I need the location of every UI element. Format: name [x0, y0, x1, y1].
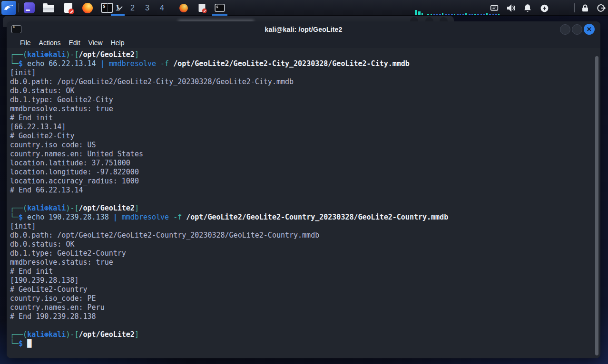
terminal-line: [66.22.13.14]	[10, 123, 597, 132]
firefox-icon	[179, 3, 188, 12]
terminal-line: mmdbresolve.status: true	[10, 105, 597, 114]
workspace-switcher: 1234	[110, 0, 169, 16]
terminal-line: # End 66.22.13.14	[10, 186, 597, 195]
menu-view[interactable]: View	[88, 39, 103, 47]
panel-separator	[574, 3, 575, 12]
monitor-mark	[489, 14, 491, 15]
monitor-mark	[445, 14, 447, 15]
monitor-mark	[471, 14, 473, 15]
terminal-line: └─$ echo 66.22.13.14 | mmdbresolve -f /o…	[10, 59, 597, 68]
terminal-line	[10, 195, 597, 204]
terminal-cursor: █	[27, 339, 31, 348]
launcher-file-manager[interactable]	[41, 0, 56, 16]
monitor-mark	[454, 14, 455, 15]
monitor-mark	[457, 14, 459, 15]
monitor-mark	[495, 14, 497, 15]
network-icon[interactable]	[488, 2, 500, 14]
monitor-mark	[486, 13, 488, 15]
monitor-mark	[451, 14, 453, 15]
terminal-line: └─$ █	[10, 339, 597, 348]
terminal-line: country.iso_code: PE	[10, 294, 597, 303]
monitor-mark	[436, 14, 438, 15]
terminal-line	[10, 321, 597, 330]
terminal-line: db.0.path: /opt/GeoLite2/GeoLite2-City_2…	[10, 77, 597, 86]
terminal-line: ┌──(kali⊛kali)-[/opt/GeoLite2]	[10, 204, 597, 213]
monitor-mark	[439, 14, 441, 15]
logout-icon[interactable]	[595, 2, 607, 14]
task-button-text-editor[interactable]	[194, 0, 209, 16]
kali-logo-icon	[3, 1, 15, 14]
menu-help[interactable]: Help	[111, 39, 125, 47]
terminal-line: # GeoLite2-Country	[10, 285, 597, 294]
terminal-window: kali@kali: /opt/GeoLite2 ✕ FileActionsEd…	[7, 21, 600, 358]
scrollbar-thumb[interactable]	[595, 56, 598, 355]
launcher-area	[22, 0, 122, 16]
terminal-line: mmdbresolve.status: true	[10, 258, 597, 267]
window-title: kali@kali: /opt/GeoLite2	[7, 26, 600, 33]
close-button[interactable]: ✕	[584, 24, 595, 35]
monitor-mark	[415, 10, 417, 15]
kali-menu-button[interactable]	[1, 1, 16, 15]
terminal-line: db.0.status: OK	[10, 86, 597, 96]
monitor-mark	[469, 14, 471, 15]
monitor-mark	[448, 14, 450, 15]
workspace-4[interactable]: 4	[155, 0, 169, 16]
task-button-firefox[interactable]	[176, 0, 191, 16]
monitor-mark	[465, 13, 467, 15]
terminal-output[interactable]: ┌──(kali⊛kali)-[/opt/GeoLite2]└─$ echo 6…	[7, 48, 600, 358]
monitor-mark	[431, 14, 432, 15]
volume-icon[interactable]	[505, 2, 517, 14]
terminal-line: db.0.status: OK	[10, 240, 597, 249]
window-manager-icon	[24, 2, 35, 13]
terminal-line: country.iso_code: US	[10, 141, 597, 150]
workspace-1[interactable]: 1	[110, 0, 125, 16]
workspace-3[interactable]: 3	[140, 0, 155, 16]
terminal-line: # End 190.239.28.138	[10, 312, 597, 321]
panel-separator	[172, 3, 172, 12]
menu-edit[interactable]: Edit	[69, 39, 80, 47]
launcher-firefox[interactable]	[80, 0, 95, 16]
window-task-list	[176, 0, 227, 16]
workspace-2[interactable]: 2	[125, 0, 140, 16]
monitor-mark	[483, 14, 485, 15]
terminal-line: ┌──(kali⊛kali)-[/opt/GeoLite2]	[10, 50, 597, 59]
notifications-bell-icon[interactable]	[521, 2, 534, 14]
power-manager-icon[interactable]	[538, 2, 550, 14]
launcher-window-manager[interactable]	[22, 0, 36, 16]
launcher-text-editor[interactable]	[61, 0, 75, 16]
menu-file[interactable]: File	[20, 39, 31, 47]
terminal-line: # End init	[10, 114, 597, 123]
terminal-line: db.1.type: GeoLite2-City	[10, 96, 597, 105]
text-editor-icon	[198, 4, 205, 12]
menu-actions[interactable]: Actions	[39, 39, 61, 47]
terminal-line: ┌──(kali⊛kali)-[/opt/GeoLite2]	[10, 330, 597, 339]
panel-separator	[108, 3, 108, 12]
monitor-mark	[462, 14, 464, 15]
terminal-line: db.1.type: GeoLite2-Country	[10, 249, 597, 258]
monitor-mark	[474, 14, 476, 15]
monitor-mark	[481, 14, 482, 15]
monitor-mark	[442, 13, 443, 15]
monitor-mark	[433, 14, 435, 15]
monitor-mark	[477, 14, 479, 15]
terminal-line: # GeoLite2-City	[10, 132, 597, 141]
window-titlebar: kali@kali: /opt/GeoLite2 ✕	[7, 21, 600, 37]
task-button-terminal[interactable]	[212, 0, 227, 16]
terminal-line: [init]	[10, 68, 597, 77]
panel-separator	[19, 3, 19, 12]
terminal-line: location.accuracy_radius: 1000	[10, 177, 597, 186]
top-panel: 1234	[0, 0, 608, 16]
monitor-mark	[422, 13, 423, 15]
lock-screen-icon[interactable]	[579, 2, 591, 14]
terminal-line: db.0.path: /opt/GeoLite2/GeoLite2-Countr…	[10, 231, 597, 240]
terminal-icon	[215, 4, 225, 12]
terminal-app-icon	[11, 25, 21, 33]
file-manager-icon	[43, 3, 54, 12]
maximize-button[interactable]	[572, 24, 582, 35]
terminal-line: [init]	[10, 222, 597, 231]
monitor-mark	[460, 14, 461, 15]
terminal-line: # End init	[10, 267, 597, 276]
terminal-line: country.names.en: United States	[10, 150, 597, 159]
menu-bar: FileActionsEditViewHelp	[7, 37, 600, 48]
minimize-button[interactable]	[560, 24, 570, 35]
